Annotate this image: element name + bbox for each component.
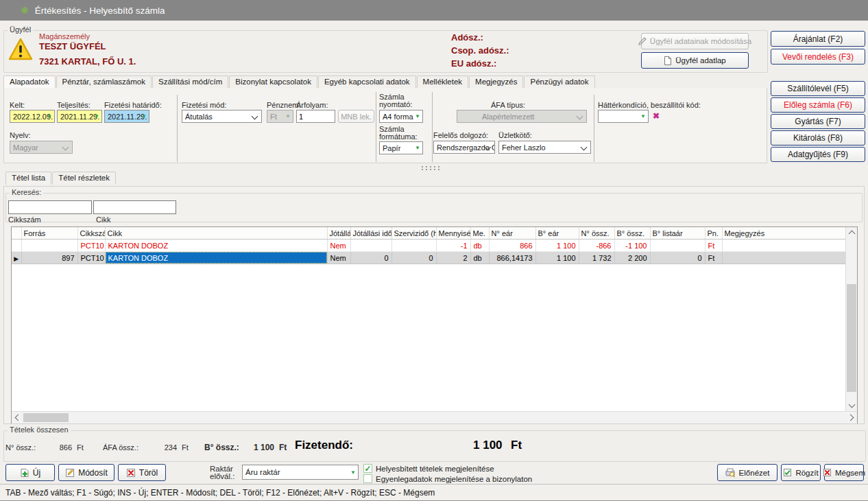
eloleg-szamla-button[interactable]: Előleg számla (F6)	[771, 97, 865, 113]
items-table: Forrás Cikkszám Cikk Jótállá Jótállási i…	[12, 227, 846, 411]
fizetesi-mod-combo[interactable]: Átutalás	[182, 110, 262, 123]
form-divider	[177, 95, 178, 162]
hatterkondicio-combo[interactable]: ▼	[598, 110, 649, 123]
search-group-label: Keresés:	[10, 188, 43, 196]
table-row[interactable]: PCT10 KARTON DOBOZ Nem -1 db 866 1 100 -…	[12, 240, 845, 252]
tab-szallitasi-mod[interactable]: Szállítási mód/cím	[152, 75, 228, 88]
dropdown-arrow-icon: ▼	[94, 114, 99, 119]
nyelv-combo[interactable]: Magyar	[10, 141, 73, 154]
col-header-mennyiseg[interactable]: Mennyiség	[436, 227, 470, 240]
adatgyujtes-button[interactable]: Adatgyűjtés (F9)	[771, 147, 865, 162]
search-cikk-input[interactable]	[93, 200, 176, 214]
col-header-selector[interactable]	[12, 227, 21, 240]
penznem-combo[interactable]: Ft▼	[267, 110, 293, 123]
fizetesi-hatarido-field[interactable]: 2021.11.29.▼	[104, 110, 149, 123]
eu-tax-number-label: EU adósz.:	[451, 58, 496, 69]
vat-total-label: ÁFA össz.:	[103, 443, 138, 452]
tab-penztar[interactable]: Pénztár, számlaszámok	[56, 75, 152, 88]
scroll-down-arrow[interactable]	[846, 400, 857, 411]
checkbox-unchecked[interactable]	[363, 474, 372, 483]
teljesites-date-field[interactable]: 2021.11.29.▼	[57, 110, 102, 123]
form-divider	[432, 92, 433, 162]
felelos-dolgozo-combo[interactable]: Rendszergazda Gé	[433, 141, 495, 154]
modify-button[interactable]: Módosít	[58, 464, 114, 481]
kitarolas-button[interactable]: Kitárolás (F8)	[771, 130, 865, 145]
szallitolevel-button[interactable]: Szállítólevél (F5)	[771, 81, 865, 96]
table-row-selected[interactable]: ▶ 897 PCT10 KARTON DOBOZ Nem 0 0 2 db 86…	[12, 252, 845, 264]
horizontal-scrollbar-thumb[interactable]	[23, 413, 69, 422]
splitter-grip[interactable]	[420, 165, 439, 170]
customer-modify-button[interactable]: Ügyfél adatainak módosítása	[641, 33, 749, 49]
main-tabstrip: Alapadatok Pénztár, számlaszámok Szállít…	[3, 75, 767, 89]
col-header-cikkszam[interactable]: Cikkszám	[77, 227, 105, 240]
group-tax-number-label: Csop. adósz.:	[451, 45, 509, 56]
vertical-scrollbar-thumb[interactable]	[847, 284, 856, 392]
row-pointer-icon: ▶	[14, 255, 19, 262]
clear-x-icon[interactable]: ✖	[653, 111, 660, 121]
kelt-date-field[interactable]: 2022.12.09.▼	[10, 110, 55, 123]
col-header-brutto-ossz[interactable]: B° össz.	[614, 227, 650, 240]
status-text: TAB - Mező váltás; F1 - Súgó; INS - Új; …	[5, 488, 435, 498]
payable-value: 1 100	[473, 439, 503, 452]
save-button[interactable]: Rögzít	[781, 464, 821, 481]
tab-mellekletek[interactable]: Mellékletek	[417, 75, 469, 88]
col-header-jotallas[interactable]: Jótállá	[327, 227, 350, 240]
horizontal-scrollbar[interactable]	[12, 411, 857, 423]
dropdown-arrow-icon: ▼	[640, 114, 646, 119]
arajanlat-button[interactable]: Árajánlat (F2)	[771, 31, 865, 47]
nyelv-label: Nyelv:	[10, 131, 31, 139]
szamla-formatum-combo[interactable]: Papír▼	[379, 141, 423, 154]
status-bar: TAB - Mező váltás; F1 - Súgó; INS - Új; …	[0, 484, 868, 501]
tab-megjegyzes[interactable]: Megjegyzés	[469, 75, 523, 88]
scroll-left-arrow[interactable]	[12, 412, 23, 423]
gyartas-button[interactable]: Gyártás (F7)	[771, 114, 865, 129]
vevoi-rendeles-button[interactable]: Vevői rendelés (F3)	[771, 49, 865, 65]
edit-icon	[65, 468, 75, 478]
show-balance-data-row: Egyenlegadatok megjelenítése a bizonylat…	[363, 474, 532, 483]
col-header-pn[interactable]: Pn.	[705, 227, 722, 240]
titlebar[interactable]: ❋ Értékesítés - Helyesbítő számla	[0, 0, 868, 21]
preview-button[interactable]: Előnézet	[717, 464, 777, 481]
new-button[interactable]: Új	[5, 464, 55, 481]
afa-tipus-combo[interactable]: Alapértelmezett	[457, 110, 587, 123]
brutto-total-currency: Ft	[279, 443, 287, 452]
warning-icon	[8, 37, 33, 62]
col-header-forras[interactable]: Forrás	[21, 227, 77, 240]
scroll-right-arrow[interactable]	[846, 412, 857, 423]
vertical-scrollbar[interactable]	[845, 227, 857, 411]
tab-alapadatok[interactable]: Alapadatok	[3, 75, 56, 89]
mnb-button[interactable]: MNB lek.	[338, 110, 374, 123]
col-header-listaar[interactable]: B° listaár	[650, 227, 705, 240]
checkbox-checked[interactable]: ✓	[363, 464, 372, 473]
col-header-me[interactable]: Me.	[470, 227, 489, 240]
cancel-button[interactable]: Mégsem	[824, 464, 864, 481]
col-header-cikk[interactable]: Cikk	[105, 227, 327, 240]
col-header-brutto-ear[interactable]: B° eár	[535, 227, 579, 240]
tab-tetel-lista[interactable]: Tétel lista	[5, 172, 51, 185]
uzletkoto-combo[interactable]: Feher Laszlo	[498, 141, 591, 154]
col-header-jotallasi-ido[interactable]: Jótállási idő (	[350, 227, 391, 240]
szamla-nyomtato-combo[interactable]: A4 forma▼	[379, 110, 423, 123]
col-header-szervizido[interactable]: Szervizidő (h	[391, 227, 436, 240]
vat-total-value: 234	[143, 443, 177, 452]
scroll-up-arrow[interactable]	[846, 227, 857, 238]
selected-cell: KARTON DOBOZ	[105, 252, 327, 264]
delete-button[interactable]: Töröl	[118, 464, 166, 481]
document-icon	[664, 56, 672, 65]
dropdown-arrow-icon: ▼	[47, 114, 52, 119]
warehouse-combo[interactable]: Áru raktár▼	[242, 465, 359, 480]
detail-tabstrip: Tétel lista Tétel részletek	[5, 172, 117, 184]
fizetesi-mod-label: Fizetési mód:	[182, 101, 226, 109]
tab-egyeb-kapcsolati[interactable]: Egyéb kapcsolati adatok	[318, 75, 416, 88]
col-header-megjegyzes[interactable]: Megjegyzés	[722, 227, 845, 240]
col-header-netto-ear[interactable]: N° eár	[489, 227, 535, 240]
col-header-netto-ossz[interactable]: N° össz.	[579, 227, 614, 240]
tab-penzugyi-adatok[interactable]: Pénzügyi adatok	[524, 75, 594, 88]
customer-datasheet-button[interactable]: Ügyfél adatlap	[641, 52, 749, 69]
tab-tetel-reszletek[interactable]: Tétel részletek	[52, 172, 116, 184]
arfolyam-input[interactable]	[296, 110, 335, 123]
chevron-down-icon	[577, 113, 583, 120]
tab-bizonylat-kapcsolatok[interactable]: Bizonylat kapcsolatok	[229, 75, 317, 88]
search-cikkszam-input[interactable]	[8, 200, 92, 214]
payable-label: Fizetendő:	[295, 439, 353, 452]
